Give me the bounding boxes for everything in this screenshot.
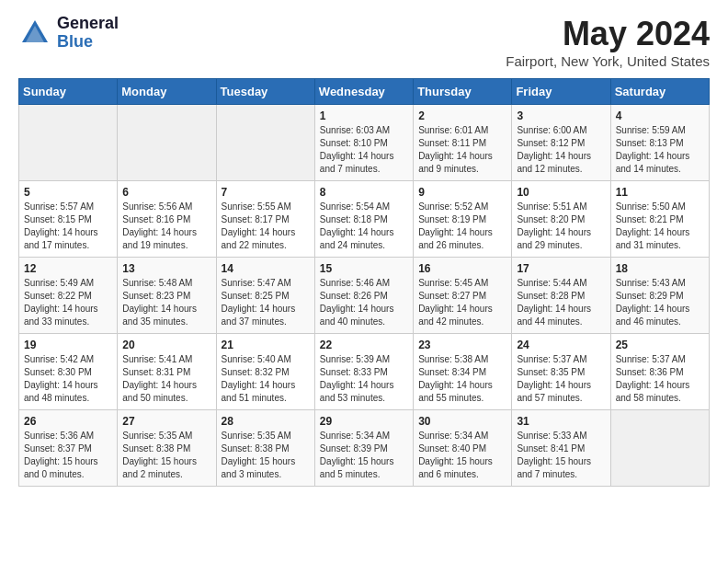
day-number: 9 [418,186,506,199]
day-info: Sunrise: 5:42 AMSunset: 8:30 PMDaylight:… [24,354,98,403]
day-number: 13 [122,262,210,275]
calendar-day-cell: 10Sunrise: 5:51 AMSunset: 8:20 PMDayligh… [512,181,610,258]
day-info: Sunrise: 5:34 AMSunset: 8:39 PMDaylight:… [320,431,394,479]
day-number: 27 [122,415,210,428]
calendar-week-row: 5Sunrise: 5:57 AMSunset: 8:15 PMDaylight… [19,181,710,258]
calendar-day-cell [118,105,216,181]
calendar-header-cell: Sunday [19,79,118,105]
day-info: Sunrise: 5:38 AMSunset: 8:34 PMDaylight:… [418,354,493,403]
calendar-week-row: 1Sunrise: 6:03 AMSunset: 8:10 PMDaylight… [19,105,710,181]
calendar-day-cell: 11Sunrise: 5:50 AMSunset: 8:21 PMDayligh… [610,181,709,258]
day-number: 22 [320,339,408,351]
day-number: 29 [320,415,408,428]
calendar-day-cell [610,410,709,487]
day-info: Sunrise: 5:44 AMSunset: 8:28 PMDaylight:… [517,278,591,327]
calendar-day-cell: 29Sunrise: 5:34 AMSunset: 8:39 PMDayligh… [314,410,413,487]
day-info: Sunrise: 5:52 AMSunset: 8:19 PMDaylight:… [418,201,493,250]
day-info: Sunrise: 5:46 AMSunset: 8:26 PMDaylight:… [320,278,394,327]
calendar-header-cell: Saturday [610,79,709,105]
calendar-table: SundayMondayTuesdayWednesdayThursdayFrid… [18,78,710,487]
day-number: 15 [320,262,408,275]
day-info: Sunrise: 5:37 AMSunset: 8:35 PMDaylight:… [517,354,591,403]
day-number: 10 [517,186,605,199]
day-info: Sunrise: 5:54 AMSunset: 8:18 PMDaylight:… [320,201,394,250]
logo-general: General [57,15,119,33]
day-info: Sunrise: 6:03 AMSunset: 8:10 PMDaylight:… [320,125,394,174]
day-info: Sunrise: 5:47 AMSunset: 8:25 PMDaylight:… [222,278,296,327]
day-info: Sunrise: 5:43 AMSunset: 8:29 PMDaylight:… [616,278,690,327]
day-info: Sunrise: 5:49 AMSunset: 8:22 PMDaylight:… [24,278,98,327]
calendar-day-cell: 24Sunrise: 5:37 AMSunset: 8:35 PMDayligh… [512,334,610,410]
calendar-header-row: SundayMondayTuesdayWednesdayThursdayFrid… [19,79,710,105]
day-info: Sunrise: 5:40 AMSunset: 8:32 PMDaylight:… [222,354,296,403]
calendar-day-cell: 15Sunrise: 5:46 AMSunset: 8:26 PMDayligh… [314,258,413,334]
calendar-day-cell: 14Sunrise: 5:47 AMSunset: 8:25 PMDayligh… [216,258,314,334]
day-number: 21 [222,339,310,351]
calendar-day-cell: 2Sunrise: 6:01 AMSunset: 8:11 PMDaylight… [414,105,512,181]
calendar-day-cell: 30Sunrise: 5:34 AMSunset: 8:40 PMDayligh… [414,410,512,487]
day-info: Sunrise: 6:01 AMSunset: 8:11 PMDaylight:… [418,125,493,174]
day-number: 31 [517,415,605,428]
calendar-day-cell: 26Sunrise: 5:36 AMSunset: 8:37 PMDayligh… [19,410,118,487]
day-info: Sunrise: 5:35 AMSunset: 8:38 PMDaylight:… [222,431,296,479]
calendar-day-cell [216,105,314,181]
day-number: 11 [616,186,704,199]
month-title: May 2024 [506,15,710,53]
day-number: 5 [24,186,112,199]
header: General Blue May 2024 Fairport, New York… [18,15,710,69]
calendar-day-cell [19,105,118,181]
day-number: 3 [517,109,605,122]
day-number: 8 [320,186,408,199]
calendar-week-row: 19Sunrise: 5:42 AMSunset: 8:30 PMDayligh… [19,334,710,410]
day-number: 30 [418,415,506,428]
day-number: 4 [616,109,704,122]
calendar-day-cell: 3Sunrise: 6:00 AMSunset: 8:12 PMDaylight… [512,105,610,181]
calendar-week-row: 12Sunrise: 5:49 AMSunset: 8:22 PMDayligh… [19,258,710,334]
calendar-header-cell: Wednesday [314,79,413,105]
calendar-day-cell: 20Sunrise: 5:41 AMSunset: 8:31 PMDayligh… [118,334,216,410]
day-number: 20 [122,339,210,351]
day-info: Sunrise: 5:45 AMSunset: 8:27 PMDaylight:… [418,278,493,327]
calendar-day-cell: 7Sunrise: 5:55 AMSunset: 8:17 PMDaylight… [216,181,314,258]
calendar-day-cell: 6Sunrise: 5:56 AMSunset: 8:16 PMDaylight… [118,181,216,258]
day-number: 19 [24,339,112,351]
calendar-day-cell: 4Sunrise: 5:59 AMSunset: 8:13 PMDaylight… [610,105,709,181]
day-number: 1 [320,109,408,122]
day-info: Sunrise: 5:39 AMSunset: 8:33 PMDaylight:… [320,354,394,403]
day-info: Sunrise: 5:36 AMSunset: 8:37 PMDaylight:… [24,431,98,479]
day-info: Sunrise: 5:55 AMSunset: 8:17 PMDaylight:… [222,201,296,250]
calendar-day-cell: 22Sunrise: 5:39 AMSunset: 8:33 PMDayligh… [314,334,413,410]
calendar-week-row: 26Sunrise: 5:36 AMSunset: 8:37 PMDayligh… [19,410,710,487]
calendar-day-cell: 9Sunrise: 5:52 AMSunset: 8:19 PMDaylight… [414,181,512,258]
location-title: Fairport, New York, United States [506,53,710,69]
logo: General Blue [18,15,119,52]
day-number: 26 [24,415,112,428]
calendar-header-cell: Friday [512,79,610,105]
day-number: 2 [418,109,506,122]
day-number: 18 [616,262,704,275]
day-info: Sunrise: 5:59 AMSunset: 8:13 PMDaylight:… [616,125,690,174]
day-number: 17 [517,262,605,275]
day-info: Sunrise: 5:33 AMSunset: 8:41 PMDaylight:… [517,431,591,479]
calendar-day-cell: 23Sunrise: 5:38 AMSunset: 8:34 PMDayligh… [414,334,512,410]
calendar-day-cell: 18Sunrise: 5:43 AMSunset: 8:29 PMDayligh… [610,258,709,334]
calendar-day-cell: 25Sunrise: 5:37 AMSunset: 8:36 PMDayligh… [610,334,709,410]
logo-text: General Blue [57,15,119,52]
calendar-body: 1Sunrise: 6:03 AMSunset: 8:10 PMDaylight… [19,105,710,487]
day-number: 25 [616,339,704,351]
day-number: 16 [418,262,506,275]
day-number: 6 [122,186,210,199]
day-info: Sunrise: 5:35 AMSunset: 8:38 PMDaylight:… [122,431,197,479]
day-info: Sunrise: 5:51 AMSunset: 8:20 PMDaylight:… [517,201,591,250]
day-info: Sunrise: 5:50 AMSunset: 8:21 PMDaylight:… [616,201,690,250]
day-number: 12 [24,262,112,275]
day-info: Sunrise: 5:56 AMSunset: 8:16 PMDaylight:… [122,201,197,250]
calendar-day-cell: 17Sunrise: 5:44 AMSunset: 8:28 PMDayligh… [512,258,610,334]
calendar-header-cell: Monday [118,79,216,105]
day-number: 14 [222,262,310,275]
day-number: 7 [222,186,310,199]
logo-blue: Blue [57,33,119,52]
calendar-day-cell: 16Sunrise: 5:45 AMSunset: 8:27 PMDayligh… [414,258,512,334]
calendar-day-cell: 5Sunrise: 5:57 AMSunset: 8:15 PMDaylight… [19,181,118,258]
calendar-header-cell: Tuesday [216,79,314,105]
